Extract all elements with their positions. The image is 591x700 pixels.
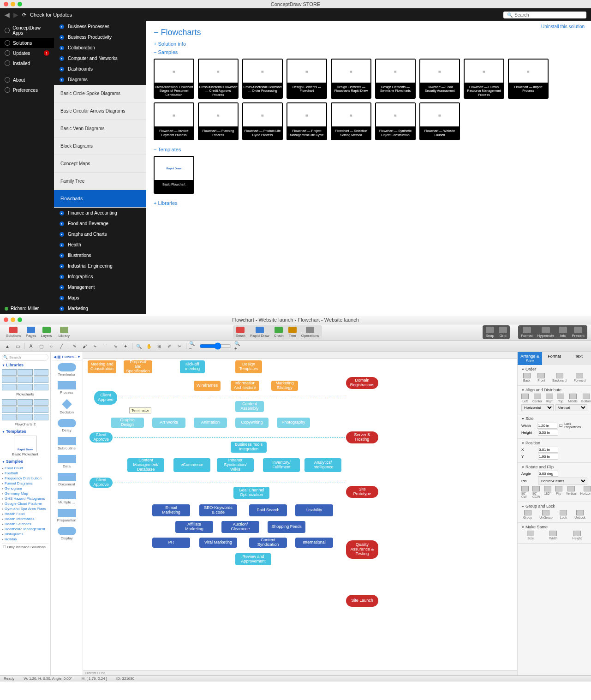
flowchart-node[interactable]: Wireframes xyxy=(194,381,221,391)
category-item[interactable]: ▸Illustrations xyxy=(54,250,146,261)
height-input[interactable] xyxy=(538,430,558,436)
sample-link[interactable]: Holiday xyxy=(2,537,48,542)
inspector-button[interactable]: UnLock xyxy=(574,510,585,519)
flowchart-node[interactable]: International xyxy=(295,538,333,548)
sidebar-item[interactable]: ConceptDraw Apps xyxy=(0,23,54,38)
category-item[interactable]: ▸Management xyxy=(54,282,146,293)
sample-thumbnail[interactable]: ▦Design Elements — Flowchart xyxy=(287,59,327,99)
category-item[interactable]: ▸Maps xyxy=(54,293,146,303)
shape-item[interactable]: Multiple ... xyxy=(52,491,82,504)
shape-item[interactable]: Process xyxy=(52,381,82,395)
close-icon[interactable] xyxy=(4,317,8,322)
sidebar-item[interactable]: Preferences xyxy=(0,85,54,95)
inspector-button[interactable]: Right xyxy=(546,394,553,403)
category-item[interactable]: ▸Marketing xyxy=(54,303,146,314)
flowchart-node[interactable]: Content Assembly xyxy=(235,401,264,412)
flowchart-node[interactable]: Client Approve xyxy=(90,432,113,443)
flowchart-node[interactable]: Inventory/ Fulfilment xyxy=(263,458,300,472)
toolbar-button[interactable]: Info xyxy=(556,326,569,339)
flowchart-node[interactable]: Copywriting xyxy=(235,418,269,428)
width-input[interactable] xyxy=(537,423,557,429)
sample-link[interactable]: Health Food xyxy=(2,511,48,516)
inspector-button[interactable]: Front xyxy=(537,373,545,382)
toolbar-button[interactable]: Rapid Draw xyxy=(248,326,272,339)
flowchart-node[interactable]: Client Approve xyxy=(94,391,117,405)
zoom-slider[interactable] xyxy=(199,342,232,350)
pencil-tool-icon[interactable]: ✎ xyxy=(71,343,78,349)
inspector-button[interactable]: Flip xyxy=(555,486,562,498)
flowchart-node[interactable]: Graphic Design xyxy=(111,418,144,428)
inspector-button[interactable]: Top xyxy=(557,394,564,403)
forward-icon[interactable]: ▶ xyxy=(13,11,18,18)
category-item[interactable]: ▸Food and Beverage xyxy=(54,218,146,229)
spline-tool-icon[interactable]: ∿ xyxy=(112,343,119,349)
library-button[interactable]: Library xyxy=(56,326,72,339)
sample-link[interactable]: Frequency Distribution xyxy=(2,476,48,481)
sidebar-item[interactable]: Installed xyxy=(0,58,54,68)
flowchart-node[interactable]: eCommerce xyxy=(173,458,210,472)
flowchart-node[interactable]: E-mail Marketing xyxy=(152,504,190,516)
toolbar-button[interactable]: Pages xyxy=(24,326,39,339)
toolbar-button[interactable]: Layers xyxy=(39,326,54,339)
inspector-button[interactable]: 90° CCW xyxy=(532,486,540,498)
pointer-tool-icon[interactable]: ▲ xyxy=(4,343,11,349)
hand-tool-icon[interactable]: ✋ xyxy=(145,343,153,349)
flowchart-node[interactable]: Paid Search xyxy=(249,504,287,516)
position-section[interactable]: Position xyxy=(521,441,587,445)
sample-link[interactable]: Gym and Spa Area Plans xyxy=(2,506,48,511)
flowchart-node[interactable]: Photography xyxy=(277,418,310,428)
subcategory-item[interactable]: Family Tree xyxy=(54,173,146,190)
templates-header[interactable]: Templates xyxy=(2,429,48,434)
subcategory-item[interactable]: Concept Maps xyxy=(54,155,146,173)
sample-link[interactable]: Histograms xyxy=(2,532,48,537)
stamp-tool-icon[interactable]: ⊞ xyxy=(155,343,163,349)
sample-thumbnail[interactable]: ▦Cross-functional Flowchart Stages of Pe… xyxy=(154,59,194,99)
sample-link[interactable]: Funnel Diagrams xyxy=(2,481,48,486)
flowchart-node[interactable]: Content Management/ Database xyxy=(127,458,164,472)
sample-thumbnail[interactable]: ▦Design Elements — Swimlane Flowcharts xyxy=(375,59,416,99)
eyedropper-tool-icon[interactable]: ✐ xyxy=(166,343,173,349)
flowchart-node[interactable]: Business Tools Integration xyxy=(231,442,267,453)
shape-item[interactable]: Data xyxy=(52,455,82,468)
sample-thumbnail[interactable]: ▦Flowchart — Synthetic Object Constructi… xyxy=(375,102,416,140)
samples-header[interactable]: Samples xyxy=(2,459,48,464)
rotate-section[interactable]: Rotate and Flip xyxy=(521,465,587,469)
sample-thumbnail[interactable]: ▦Flowchart — Website Launch xyxy=(419,102,460,140)
sample-link[interactable]: GHS Hazard Pictograms xyxy=(2,496,48,501)
shape-item[interactable]: Delay xyxy=(52,419,82,432)
flowchart-node[interactable]: Art Works xyxy=(152,418,185,428)
arc-tool-icon[interactable]: ⌒ xyxy=(101,343,109,349)
template-thumbnail[interactable]: Rapid DrawBasic Flowchart xyxy=(154,156,194,194)
inspector-button[interactable]: Back xyxy=(523,373,531,382)
inspector-button[interactable]: Middle xyxy=(568,394,578,403)
maximize-icon[interactable] xyxy=(18,317,22,322)
flowchart-node[interactable]: Proposal and Specification xyxy=(124,360,152,373)
refresh-icon[interactable]: ⟳ xyxy=(22,12,26,18)
sample-link[interactable]: Genogram xyxy=(2,486,48,491)
x-input[interactable] xyxy=(538,447,558,453)
inspector-button[interactable]: Lock xyxy=(560,510,567,519)
order-section[interactable]: Order xyxy=(521,367,587,371)
text-tool-icon[interactable]: A xyxy=(27,343,35,349)
flowchart-node[interactable]: Site Launch xyxy=(346,595,378,607)
flowchart-node[interactable]: Quality Assurance & Testing xyxy=(346,540,378,559)
category-item[interactable]: ▸Finance and Accounting xyxy=(54,208,146,218)
angle-input[interactable] xyxy=(538,471,558,477)
brush-tool-icon[interactable]: 🖌 xyxy=(81,343,89,349)
solution-info-section[interactable]: Solution info xyxy=(154,41,584,47)
toolbar-button[interactable]: Format xyxy=(519,326,535,339)
sidebar-item[interactable]: Solutions xyxy=(0,38,54,48)
inspector-button[interactable]: Width xyxy=(549,531,557,540)
toolbar-button[interactable]: Present xyxy=(569,326,587,339)
category-item[interactable]: ▸Health xyxy=(54,239,146,250)
sample-thumbnail[interactable]: ▦Flowchart — Food Security Assessment xyxy=(419,59,460,99)
flowchart-shapes-grid[interactable] xyxy=(2,369,48,390)
inspector-button[interactable]: Group xyxy=(523,510,532,519)
libraries-header[interactable]: Libraries xyxy=(2,363,48,367)
only-installed-checkbox[interactable]: ☐ Only Installed Solutions xyxy=(2,544,48,550)
toolbar-button[interactable]: Tree xyxy=(286,326,299,339)
make-same-section[interactable]: Make Same xyxy=(521,525,587,529)
sample-thumbnail[interactable]: ▦Cross-functional Flowchart — Order Proc… xyxy=(242,59,283,99)
flowchart-node[interactable]: Review and Approvement xyxy=(235,553,271,565)
subcategory-item[interactable]: Block Diagrams xyxy=(54,138,146,155)
